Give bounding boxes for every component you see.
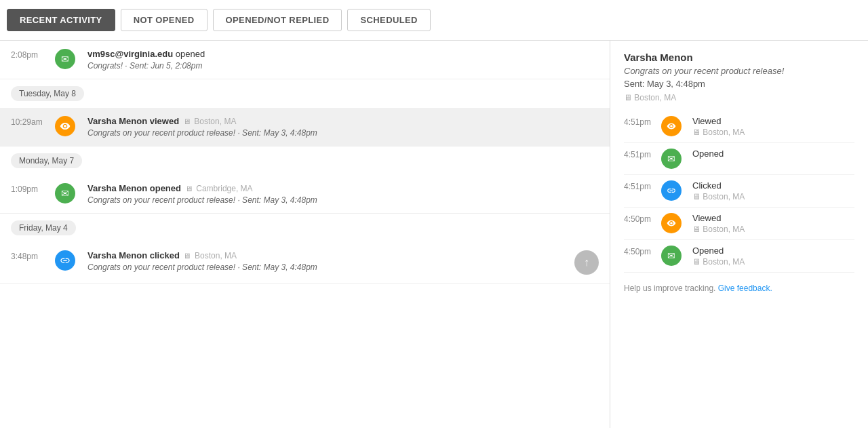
activity-action: opened [176,49,205,59]
activity-icon-col: ✉ [55,49,79,69]
date-separator-tuesday: Tuesday, May 8 [0,79,610,108]
detail-action: Opened [692,246,854,256]
link-click-icon [55,250,75,271]
detail-action: Viewed [692,213,854,223]
detail-device-icon: 🖥 [692,192,703,201]
list-item[interactable]: 10:29am Varsha Menon viewed 🖥 Boston, MA… [0,108,610,147]
detail-icon-col [661,180,686,201]
list-item[interactable]: 2:08pm ✉ vm9sc@virginia.edu opened Congr… [0,41,610,79]
detail-content: Viewed 🖥 Boston, MA [692,116,854,137]
device-icon: 🖥 [183,252,191,260]
device-icon: 🖥 [185,184,193,193]
activity-actor: vm9sc@virginia.edu [87,49,173,59]
activity-content: vm9sc@virginia.edu opened Congrats! · Se… [87,49,599,71]
detail-icon-col: ✉ [661,246,686,266]
detail-action: Viewed [692,116,854,126]
activity-main-line: Varsha Menon opened 🖥 Cambridge, MA [87,183,599,193]
activity-time: 1:09pm [11,183,55,194]
activity-time: 10:29am [11,116,55,127]
activity-location: Boston, MA [195,251,237,260]
detail-item: 4:51pm ✉ Opened [624,143,854,175]
contact-location-top: 🖥 Boston, MA [624,93,854,102]
detail-item: 4:50pm Viewed 🖥 Boston, MA [624,208,854,240]
detail-item: 4:50pm ✉ Opened 🖥 Boston, MA [624,240,854,273]
detail-location: 🖥 Boston, MA [692,257,854,267]
detail-content: Opened [692,149,854,160]
activity-icon-col [55,116,79,136]
detail-content: Clicked 🖥 Boston, MA [692,180,854,201]
activity-icon-col [55,250,79,271]
date-separator-monday: Monday, May 7 [0,147,610,175]
detail-device-icon: 🖥 [692,128,703,137]
activity-sub-line: Congrats! · Sent: Jun 5, 2:08pm [87,61,599,71]
view-icon [661,213,682,233]
detail-item: 4:51pm Clicked 🖥 Boston, MA [624,175,854,208]
date-separator-friday: Friday, May 4 [0,214,610,242]
contact-sent: Sent: May 3, 4:48pm [624,79,854,89]
activity-content: Varsha Menon opened 🖥 Cambridge, MA Cong… [87,183,599,205]
list-item[interactable]: 3:48pm Varsha Menon clicked 🖥 Boston, MA… [0,242,610,284]
detail-item: 4:51pm Viewed 🖥 Boston, MA [624,111,854,143]
activity-sub-line: Congrats on your recent product release!… [87,195,599,205]
email-open-icon: ✉ [661,246,682,266]
detail-device-icon: 🖥 [692,257,703,267]
tab-recent-activity[interactable]: RECENT ACTIVITY [7,9,115,31]
activity-location: Boston, MA [194,117,236,126]
main-layout: 2:08pm ✉ vm9sc@virginia.edu opened Congr… [0,41,868,428]
feedback-text: Help us improve tracking. [624,284,715,293]
activity-icon-col: ✉ [55,183,79,203]
detail-time: 4:51pm [624,149,661,159]
activity-content: Varsha Menon viewed 🖥 Boston, MA Congrat… [87,116,599,138]
detail-time: 4:51pm [624,180,661,191]
detail-content: Opened 🖥 Boston, MA [692,246,854,267]
activity-actor: Varsha Menon viewed [87,116,179,126]
left-panel: 2:08pm ✉ vm9sc@virginia.edu opened Congr… [0,41,610,428]
detail-time: 4:50pm [624,246,661,256]
contact-subject: Congrats on your recent product release! [624,66,854,76]
contact-name: Varsha Menon [624,52,854,63]
tab-bar: RECENT ACTIVITY NOT OPENED OPENED/NOT RE… [0,0,868,41]
activity-main-line: Varsha Menon viewed 🖥 Boston, MA [87,116,599,126]
tab-scheduled[interactable]: SCHEDULED [347,9,430,31]
activity-actor: Varsha Menon opened [87,183,181,193]
activity-time: 2:08pm [11,49,55,60]
list-item[interactable]: 1:09pm ✉ Varsha Menon opened 🖥 Cambridge… [0,175,610,214]
scroll-to-top-button[interactable]: ↑ [574,250,599,275]
tab-opened-not-replied[interactable]: OPENED/NOT REPLIED [213,9,342,31]
detail-icon-col: ✉ [661,149,686,169]
detail-icon-col [661,116,686,136]
activity-main-line: Varsha Menon clicked 🖥 Boston, MA [87,250,574,260]
device-icon: 🖥 [183,117,191,125]
activity-location: Cambridge, MA [196,184,252,193]
activity-sub-line: Congrats on your recent product release!… [87,262,574,272]
email-open-icon: ✉ [661,149,682,169]
view-icon [55,116,75,136]
tab-not-opened[interactable]: NOT OPENED [121,9,208,31]
detail-location: 🖥 Boston, MA [692,225,854,234]
detail-location: 🖥 Boston, MA [692,128,854,137]
feedback-link[interactable]: Give feedback. [718,284,772,293]
email-open-icon: ✉ [55,183,75,203]
activity-content: Varsha Menon clicked 🖥 Boston, MA Congra… [87,250,574,272]
detail-time: 4:51pm [624,116,661,127]
detail-time: 4:50pm [624,213,661,224]
feedback-section: Help us improve tracking. Give feedback. [624,284,854,293]
detail-device-icon: 🖥 [692,225,703,234]
view-icon [661,116,682,136]
activity-main-line: vm9sc@virginia.edu opened [87,49,599,59]
activity-actor: Varsha Menon clicked [87,250,180,260]
date-badge: Monday, May 7 [11,153,82,168]
device-small-icon: 🖥 [624,93,634,102]
activity-time: 3:48pm [11,250,55,261]
detail-icon-col [661,213,686,233]
detail-content: Viewed 🖥 Boston, MA [692,213,854,234]
link-click-icon [661,180,682,201]
right-panel: Varsha Menon Congrats on your recent pro… [610,41,868,428]
detail-location: 🖥 Boston, MA [692,192,854,201]
detail-action: Clicked [692,180,854,191]
date-badge: Tuesday, May 8 [11,86,84,101]
email-open-icon: ✉ [55,49,75,69]
activity-sub-line: Congrats on your recent product release!… [87,128,599,138]
detail-action: Opened [692,149,854,159]
date-badge: Friday, May 4 [11,220,76,235]
